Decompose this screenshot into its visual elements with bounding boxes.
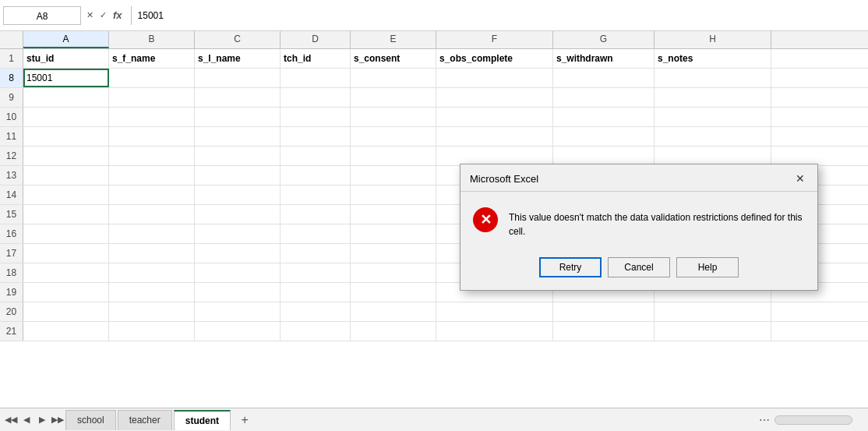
retry-button[interactable]: Retry [539,257,602,277]
modal-message: This value doesn't match the data valida… [509,207,805,238]
modal-title: Microsoft Excel [470,173,538,185]
modal-body: ✕ This value doesn't match the data vali… [460,192,817,251]
modal-buttons: Retry Cancel Help [460,251,817,290]
modal-overlay: Microsoft Excel ✕ ✕ This value doesn't m… [0,0,868,431]
error-icon: ✕ [473,207,498,232]
validation-error-dialog: Microsoft Excel ✕ ✕ This value doesn't m… [460,164,818,291]
cancel-button[interactable]: Cancel [608,257,670,277]
modal-titlebar: Microsoft Excel ✕ [460,164,817,192]
help-button[interactable]: Help [676,257,739,277]
modal-close-button[interactable]: ✕ [792,171,808,186]
